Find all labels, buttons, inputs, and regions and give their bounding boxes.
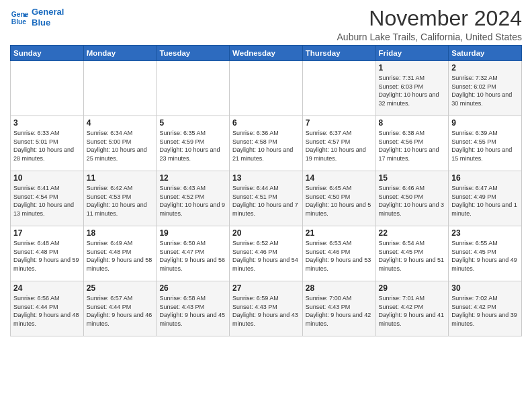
day-cell: 15Sunrise: 6:46 AM Sunset: 4:50 PM Dayli… (375, 171, 449, 226)
day-cell: 9Sunrise: 6:39 AM Sunset: 4:55 PM Daylig… (449, 116, 522, 171)
calendar-header: SundayMondayTuesdayWednesdayThursdayFrid… (11, 46, 522, 61)
day-info: Sunrise: 7:02 AM Sunset: 4:42 PM Dayligh… (451, 294, 519, 328)
logo: General Blue GeneralBlue (10, 7, 64, 28)
day-cell: 3Sunrise: 6:33 AM Sunset: 5:01 PM Daylig… (11, 116, 84, 171)
day-number: 18 (87, 228, 154, 238)
day-number: 9 (451, 118, 519, 128)
day-cell: 4Sunrise: 6:34 AM Sunset: 5:00 PM Daylig… (83, 116, 157, 171)
day-cell: 5Sunrise: 6:35 AM Sunset: 4:59 PM Daylig… (157, 116, 230, 171)
day-cell: 19Sunrise: 6:50 AM Sunset: 4:47 PM Dayli… (157, 226, 230, 281)
day-info: Sunrise: 6:48 AM Sunset: 4:48 PM Dayligh… (13, 239, 81, 273)
day-info: Sunrise: 7:00 AM Sunset: 4:43 PM Dayligh… (306, 294, 373, 328)
day-number: 23 (451, 228, 519, 238)
day-info: Sunrise: 6:54 AM Sunset: 4:45 PM Dayligh… (379, 239, 446, 273)
day-info: Sunrise: 6:36 AM Sunset: 4:58 PM Dayligh… (232, 129, 300, 163)
day-cell: 25Sunrise: 6:57 AM Sunset: 4:44 PM Dayli… (83, 281, 157, 336)
main-container: General Blue GeneralBlue November 2024 A… (0, 0, 532, 340)
day-info: Sunrise: 6:33 AM Sunset: 5:01 PM Dayligh… (13, 129, 81, 163)
day-cell: 2Sunrise: 7:32 AM Sunset: 6:02 PM Daylig… (449, 61, 522, 116)
col-header-saturday: Saturday (449, 46, 522, 61)
day-number: 5 (159, 118, 226, 128)
day-info: Sunrise: 6:34 AM Sunset: 5:00 PM Dayligh… (87, 129, 154, 163)
day-number: 12 (159, 173, 226, 183)
header: General Blue GeneralBlue November 2024 A… (10, 7, 522, 42)
title-block: November 2024 Auburn Lake Trails, Califo… (337, 7, 522, 42)
day-info: Sunrise: 6:49 AM Sunset: 4:48 PM Dayligh… (87, 239, 154, 273)
day-number: 3 (13, 118, 81, 128)
day-info: Sunrise: 6:52 AM Sunset: 4:46 PM Dayligh… (232, 239, 300, 273)
day-info: Sunrise: 6:41 AM Sunset: 4:54 PM Dayligh… (13, 184, 81, 218)
logo-text: GeneralBlue (32, 7, 64, 28)
day-info: Sunrise: 6:58 AM Sunset: 4:43 PM Dayligh… (159, 294, 226, 328)
col-header-sunday: Sunday (11, 46, 84, 61)
day-number: 30 (451, 283, 519, 293)
day-cell: 14Sunrise: 6:45 AM Sunset: 4:50 PM Dayli… (302, 171, 375, 226)
day-number: 4 (87, 118, 154, 128)
day-cell (157, 61, 230, 116)
logo-icon: General Blue (10, 8, 29, 27)
day-info: Sunrise: 6:56 AM Sunset: 4:44 PM Dayligh… (13, 294, 81, 328)
day-cell: 1Sunrise: 7:31 AM Sunset: 6:03 PM Daylig… (375, 61, 449, 116)
day-cell: 7Sunrise: 6:37 AM Sunset: 4:57 PM Daylig… (302, 116, 375, 171)
day-cell (302, 61, 375, 116)
day-info: Sunrise: 6:57 AM Sunset: 4:44 PM Dayligh… (87, 294, 154, 328)
day-info: Sunrise: 6:46 AM Sunset: 4:50 PM Dayligh… (379, 184, 446, 218)
day-cell: 13Sunrise: 6:44 AM Sunset: 4:51 PM Dayli… (230, 171, 303, 226)
day-number: 25 (87, 283, 154, 293)
day-info: Sunrise: 6:55 AM Sunset: 4:45 PM Dayligh… (451, 239, 519, 273)
day-info: Sunrise: 6:53 AM Sunset: 4:46 PM Dayligh… (306, 239, 373, 273)
week-row-3: 10Sunrise: 6:41 AM Sunset: 4:54 PM Dayli… (11, 171, 522, 226)
day-info: Sunrise: 6:45 AM Sunset: 4:50 PM Dayligh… (306, 184, 373, 218)
day-cell (83, 61, 157, 116)
svg-text:General: General (11, 11, 29, 18)
col-header-friday: Friday (375, 46, 449, 61)
day-cell: 29Sunrise: 7:01 AM Sunset: 4:42 PM Dayli… (375, 281, 449, 336)
day-number: 15 (379, 173, 446, 183)
day-number: 14 (306, 173, 373, 183)
day-number: 17 (13, 228, 81, 238)
day-number: 11 (87, 173, 154, 183)
col-header-thursday: Thursday (302, 46, 375, 61)
week-row-5: 24Sunrise: 6:56 AM Sunset: 4:44 PM Dayli… (11, 281, 522, 336)
month-title: November 2024 (337, 7, 522, 30)
day-cell: 30Sunrise: 7:02 AM Sunset: 4:42 PM Dayli… (449, 281, 522, 336)
svg-text:Blue: Blue (11, 18, 27, 26)
col-header-tuesday: Tuesday (157, 46, 230, 61)
day-number: 6 (232, 118, 300, 128)
day-info: Sunrise: 6:37 AM Sunset: 4:57 PM Dayligh… (306, 129, 373, 163)
day-info: Sunrise: 6:59 AM Sunset: 4:43 PM Dayligh… (232, 294, 300, 328)
day-number: 13 (232, 173, 300, 183)
day-number: 20 (232, 228, 300, 238)
day-info: Sunrise: 7:01 AM Sunset: 4:42 PM Dayligh… (379, 294, 446, 328)
subtitle: Auburn Lake Trails, California, United S… (337, 32, 522, 42)
day-info: Sunrise: 6:47 AM Sunset: 4:49 PM Dayligh… (451, 184, 519, 218)
day-cell: 26Sunrise: 6:58 AM Sunset: 4:43 PM Dayli… (157, 281, 230, 336)
day-cell: 24Sunrise: 6:56 AM Sunset: 4:44 PM Dayli… (11, 281, 84, 336)
day-number: 21 (306, 228, 373, 238)
day-number: 16 (451, 173, 519, 183)
day-cell (11, 61, 84, 116)
day-cell: 12Sunrise: 6:43 AM Sunset: 4:52 PM Dayli… (157, 171, 230, 226)
day-number: 28 (306, 283, 373, 293)
day-number: 26 (159, 283, 226, 293)
day-number: 27 (232, 283, 300, 293)
day-number: 10 (13, 173, 81, 183)
week-row-1: 1Sunrise: 7:31 AM Sunset: 6:03 PM Daylig… (11, 61, 522, 116)
day-number: 2 (451, 63, 519, 73)
week-row-2: 3Sunrise: 6:33 AM Sunset: 5:01 PM Daylig… (11, 116, 522, 171)
day-number: 7 (306, 118, 373, 128)
col-header-wednesday: Wednesday (230, 46, 303, 61)
day-cell: 23Sunrise: 6:55 AM Sunset: 4:45 PM Dayli… (449, 226, 522, 281)
day-info: Sunrise: 6:42 AM Sunset: 4:53 PM Dayligh… (87, 184, 154, 218)
day-info: Sunrise: 6:44 AM Sunset: 4:51 PM Dayligh… (232, 184, 300, 218)
day-info: Sunrise: 6:38 AM Sunset: 4:56 PM Dayligh… (379, 129, 446, 163)
day-cell: 22Sunrise: 6:54 AM Sunset: 4:45 PM Dayli… (375, 226, 449, 281)
day-cell: 17Sunrise: 6:48 AM Sunset: 4:48 PM Dayli… (11, 226, 84, 281)
day-number: 24 (13, 283, 81, 293)
day-cell: 18Sunrise: 6:49 AM Sunset: 4:48 PM Dayli… (83, 226, 157, 281)
day-info: Sunrise: 6:39 AM Sunset: 4:55 PM Dayligh… (451, 129, 519, 163)
day-cell: 6Sunrise: 6:36 AM Sunset: 4:58 PM Daylig… (230, 116, 303, 171)
day-cell: 21Sunrise: 6:53 AM Sunset: 4:46 PM Dayli… (302, 226, 375, 281)
day-info: Sunrise: 7:31 AM Sunset: 6:03 PM Dayligh… (379, 74, 446, 107)
day-cell: 11Sunrise: 6:42 AM Sunset: 4:53 PM Dayli… (83, 171, 157, 226)
